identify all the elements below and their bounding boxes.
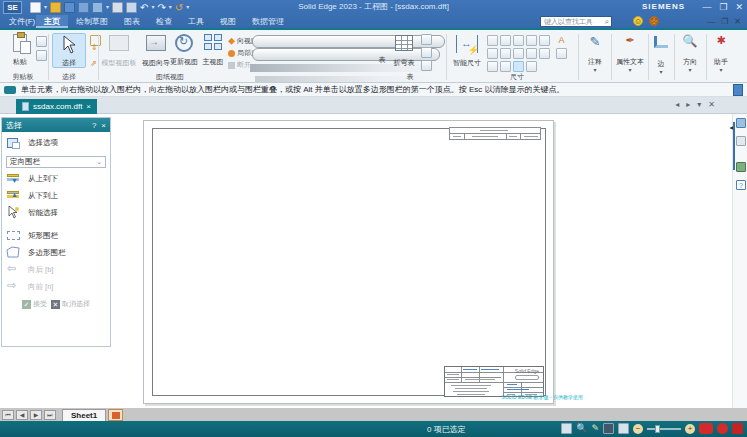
table-button[interactable]: 表 <box>372 56 392 64</box>
tab-sketch[interactable]: 绘制草图 <box>68 15 116 28</box>
coordinate-dimension-icon[interactable] <box>513 35 524 46</box>
prompt-doc-icon[interactable] <box>733 84 743 96</box>
tab-diagram[interactable]: 图表 <box>116 15 148 28</box>
select-tools-dock-icon[interactable] <box>736 118 746 128</box>
tab-tools[interactable]: 工具 <box>180 15 212 28</box>
video-icon[interactable] <box>699 423 713 434</box>
drawing-canvas[interactable]: Solid Edge SOLID EDGE 教学版 - 仅供教学使用 <box>112 114 732 408</box>
edge-dropdown-icon[interactable]: ▾ <box>659 69 662 75</box>
orientation-button[interactable]: 🔍 方向 ▾ <box>676 33 704 73</box>
weld-symbol-icon[interactable] <box>526 48 537 59</box>
property-text-dropdown-icon[interactable]: ▾ <box>628 67 631 73</box>
tab-home[interactable]: 主页 <box>36 15 68 28</box>
tab-inspect[interactable]: 检查 <box>148 15 180 28</box>
zoom-slider[interactable] <box>647 428 681 430</box>
angle-between-icon[interactable] <box>500 35 511 46</box>
panel-close-icon[interactable]: × <box>101 121 106 130</box>
annotation-button[interactable]: ✎ 注释 ▾ <box>581 33 609 73</box>
sad-face-icon[interactable]: ☹ <box>649 16 659 26</box>
assistant-button[interactable]: ✱ 助手 ▾ <box>707 33 735 73</box>
first-sheet-icon[interactable]: ⏮ <box>2 410 14 420</box>
zoom-out-icon[interactable]: − <box>633 424 643 434</box>
revision-table-icon[interactable] <box>421 60 432 71</box>
center-mark-icon[interactable] <box>526 61 537 72</box>
child-restore-button[interactable]: ❐ <box>721 15 728 28</box>
annotation-dropdown-icon[interactable]: ▾ <box>593 67 596 73</box>
last-sheet-icon[interactable]: ⏭ <box>44 410 56 420</box>
prev-sheet-icon[interactable]: ◀ <box>16 410 28 420</box>
tab-scroll-right-icon[interactable]: ▸ <box>686 100 690 109</box>
assistant-dropdown-icon[interactable]: ▾ <box>719 67 722 73</box>
cut-icon[interactable] <box>36 36 47 47</box>
select-panel-header[interactable]: 选择 ? × <box>2 118 110 132</box>
zoom-in-icon[interactable]: + <box>685 424 695 434</box>
select-visible-icon[interactable]: ⇕ <box>90 35 101 46</box>
help-folder-dock-icon[interactable]: ? <box>736 180 746 190</box>
leader-icon[interactable] <box>487 48 498 59</box>
copy-small-icon[interactable] <box>36 50 47 61</box>
record-icon[interactable] <box>717 423 728 434</box>
zoom-area-icon[interactable]: 🔍 <box>576 423 587 434</box>
next-sheet-icon[interactable]: ▶ <box>30 410 42 420</box>
select-fence-icon[interactable]: ⇗ <box>90 52 101 63</box>
child-close-button[interactable]: ✕ <box>734 15 741 28</box>
geometry-relate-icon[interactable] <box>500 61 511 72</box>
drawing-sheet[interactable]: Solid Edge SOLID EDGE 教学版 - 仅供教学使用 <box>143 120 554 404</box>
parts-list-icon[interactable] <box>421 34 432 45</box>
tab-view[interactable]: 视图 <box>212 15 244 28</box>
rectangle-fence-item[interactable]: 矩形围栏 <box>2 227 110 244</box>
close-button[interactable]: ✕ <box>735 0 743 15</box>
distance-between-icon[interactable] <box>487 35 498 46</box>
smart-dimension-button[interactable]: 智能尺寸 <box>450 33 484 67</box>
window-select-icon[interactable] <box>618 423 629 434</box>
alert-icon[interactable] <box>732 423 743 434</box>
broken-view-icon <box>228 62 235 69</box>
happy-face-icon[interactable]: ☺ <box>633 16 643 26</box>
fit-view-icon[interactable] <box>561 423 572 434</box>
bottom-up-item[interactable]: ▲ 从下到上 <box>2 187 110 204</box>
datum-frame-icon[interactable] <box>487 61 498 72</box>
document-tab-close-icon[interactable]: × <box>86 102 91 111</box>
pan-view-icon[interactable] <box>603 423 614 434</box>
minimize-button[interactable]: — <box>702 0 711 15</box>
panel-help-icon[interactable]: ? <box>92 121 96 130</box>
surface-texture-icon[interactable] <box>513 48 524 59</box>
title-block[interactable]: Solid Edge SOLID EDGE 教学版 - 仅供教学使用 <box>444 366 544 397</box>
paste-button[interactable]: 粘贴 <box>3 33 37 66</box>
principal-view-button[interactable]: 主视图 <box>196 33 230 66</box>
bend-table-button[interactable]: 折弯表 <box>390 33 418 67</box>
hole-table-icon[interactable] <box>421 47 432 58</box>
top-down-item[interactable]: ▼ 从上到下 <box>2 170 110 187</box>
property-text-button[interactable]: ✒ 属性文本 ▾ <box>613 33 647 73</box>
revision-table[interactable] <box>449 127 541 140</box>
feature-control-frame-icon[interactable] <box>556 48 567 59</box>
image-dock-icon[interactable] <box>736 162 746 172</box>
fence-mode-dropdown[interactable]: 定向围栏 ⌄ <box>6 156 106 168</box>
zoom-sketch-icon[interactable]: ✎ <box>591 423 599 434</box>
restore-button[interactable]: ❐ <box>719 0 727 15</box>
zoom-slider-handle[interactable] <box>655 425 660 433</box>
tool-search-input[interactable]: 键入以查找工具 ⌕ <box>540 16 612 27</box>
edge-condition-icon[interactable] <box>539 48 550 59</box>
tab-list-dropdown-icon[interactable]: ▾ <box>697 100 701 109</box>
smart-select-item[interactable]: 智能选择 <box>2 204 110 221</box>
tab-close-icon[interactable]: ✕ <box>708 100 715 109</box>
document-tab-active[interactable]: ssdax.com.dft × <box>16 99 97 114</box>
symmetric-diameter-icon[interactable] <box>526 35 537 46</box>
child-minimize-button[interactable]: — <box>707 15 715 28</box>
chamfer-dimension-icon[interactable] <box>539 35 550 46</box>
edge-button[interactable]: 边 ▾ <box>649 33 673 75</box>
tab-scroll-left-icon[interactable]: ◂ <box>675 100 679 109</box>
file-menu-button[interactable]: 文件(F) <box>5 15 39 28</box>
select-options-item[interactable]: 选择选项 <box>2 132 110 154</box>
tab-data-management[interactable]: 数据管理 <box>244 15 292 28</box>
grid-dock-icon[interactable] <box>736 136 746 146</box>
auto-dimension-icon[interactable]: A <box>556 35 567 46</box>
polygon-fence-item[interactable]: 多边形围栏 <box>2 244 110 261</box>
orientation-dropdown-icon[interactable]: ▾ <box>688 67 691 73</box>
sheet-tab[interactable]: Sheet1 <box>62 409 106 421</box>
new-sheet-icon[interactable] <box>108 409 123 421</box>
select-button[interactable]: 选择 <box>52 33 86 68</box>
balloon-icon[interactable] <box>500 48 511 59</box>
fence-dimension-icon-selected[interactable] <box>513 61 524 72</box>
